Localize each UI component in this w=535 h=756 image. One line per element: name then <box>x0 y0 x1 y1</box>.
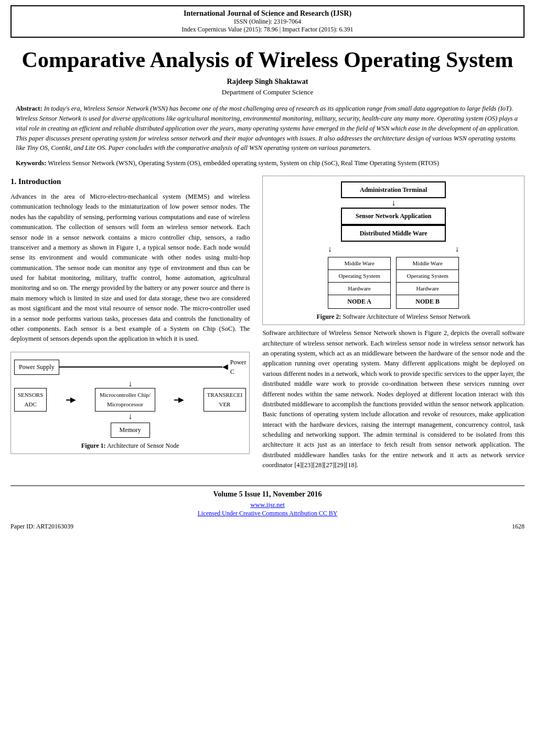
journal-issn: ISSN (Online): 2319-7064 <box>17 18 518 26</box>
footer-url[interactable]: www.ijsr.net <box>10 501 525 509</box>
power-down-arrow: ↓ <box>128 379 132 388</box>
paper-id: Paper ID: ART20163039 <box>10 523 73 531</box>
figure1-caption: Figure 1: Architecture of Sensor Node <box>14 441 246 451</box>
footer-license-text: Licensed Under Creative Commons Attribut… <box>198 510 338 517</box>
intro-paragraph1: Advances in the area of Micro-electro-me… <box>10 192 250 344</box>
micro-box: Microcontroller Chip/ Microprocessor <box>95 388 155 411</box>
keywords-label: Keywords: <box>16 159 46 167</box>
node-a-middleware: Middle Ware <box>328 257 390 270</box>
left-column: 1. Introduction Advances in the area of … <box>10 176 257 475</box>
author-department: Department of Computer Science <box>0 88 535 96</box>
figure1-caption-text: Architecture of Sensor Node <box>107 442 179 449</box>
power-row: Power Supply ◀ Power C <box>14 358 246 377</box>
power-c-label: Power C <box>228 358 247 377</box>
right-col-text: Software architecture of Wireless Sensor… <box>262 328 525 470</box>
node-b-inner: Middle Ware Operating System Hardware <box>396 257 459 295</box>
footer-license: Licensed Under Creative Commons Attribut… <box>10 509 525 517</box>
sensor-diagram: Power Supply ◀ Power C ↓ SENSORS ADC <box>14 358 246 438</box>
paper-title: Comparative Analysis of Wireless Operati… <box>10 47 525 72</box>
node-a-inner: Middle Ware Operating System Hardware <box>328 257 391 295</box>
node-a-label: NODE A <box>328 295 391 309</box>
figure1-container: Power Supply ◀ Power C ↓ SENSORS ADC <box>10 352 250 455</box>
author-name: Rajdeep Singh Shaktawat <box>0 78 535 86</box>
micro-down-arrow: ↓ <box>128 412 132 421</box>
node-a: Middle Ware Operating System Hardware NO… <box>328 257 391 309</box>
micro-processor-label: Microprocessor <box>100 400 151 409</box>
right-column: Administration Terminal ↓ Sensor Network… <box>257 176 525 475</box>
node-a-os: Operating System <box>328 270 390 283</box>
micro-chip-label: Microcontroller Chip/ <box>100 391 151 399</box>
left-down-arrow: ↓ <box>328 243 332 256</box>
two-column-layout: 1. Introduction Advances in the area of … <box>10 176 525 475</box>
memory-row: Memory <box>14 423 246 438</box>
node-b: Middle Ware Operating System Hardware NO… <box>396 257 459 309</box>
nodes-row: Middle Ware Operating System Hardware NO… <box>328 257 459 309</box>
intro-section-title: 1. Introduction <box>10 176 250 188</box>
sensors-box: SENSORS ADC <box>14 388 47 411</box>
memory-box: Memory <box>111 423 150 438</box>
figure2-caption: Figure 2: Software Architecture of Wirel… <box>266 312 521 322</box>
footer: Volume 5 Issue 11, November 2016 www.ijs… <box>10 485 525 517</box>
power-supply-box: Power Supply <box>14 360 59 375</box>
transreceiver-label2: VER <box>207 400 243 409</box>
sensor-middle-row: SENSORS ADC ▶ Microcontroller Chip/ Micr… <box>14 388 246 411</box>
node-b-label: NODE B <box>396 295 459 309</box>
node-b-middleware: Middle Ware <box>397 257 458 270</box>
sensors-label: SENSORS <box>18 391 43 399</box>
node-b-os: Operating System <box>397 270 458 283</box>
abstract-label: Abstract: <box>16 105 42 112</box>
abstract-section: Abstract: In today's era, Wireless Senso… <box>16 104 519 153</box>
admin-down-arrow: ↓ <box>391 198 395 208</box>
distributed-middleware-box: Distributed Middle Ware <box>341 225 446 242</box>
node-b-hw: Hardware <box>397 283 458 295</box>
sensor-network-app-box: Sensor Network Application <box>341 208 446 225</box>
keywords-text: Wireless Sensor Network (WSN), Operating… <box>48 159 439 167</box>
page-number: 1628 <box>512 523 525 531</box>
node-a-hw: Hardware <box>328 283 390 295</box>
journal-title: International Journal of Science and Res… <box>17 9 518 18</box>
transreceiver-label: TRANSRECEI <box>207 391 243 399</box>
figure2-container: Administration Terminal ↓ Sensor Network… <box>262 176 525 326</box>
transreceiver-box: TRANSRECEI VER <box>204 388 247 411</box>
figure2-caption-label: Figure 2: <box>317 313 341 320</box>
abstract-text: In today's era, Wireless Sensor Network … <box>16 105 519 152</box>
page: International Journal of Science and Res… <box>0 5 535 756</box>
right-down-arrow: ↓ <box>455 243 459 256</box>
keywords-section: Keywords: Wireless Sensor Network (WSN),… <box>16 158 519 168</box>
footer-bottom: Paper ID: ART20163039 1628 <box>10 523 525 531</box>
figure1-caption-label: Figure 1: <box>81 442 106 449</box>
swarch-diagram: Administration Terminal ↓ Sensor Network… <box>266 181 521 309</box>
footer-url-link[interactable]: www.ijsr.net <box>250 501 285 509</box>
journal-index: Index Copernicus Value (2015): 78.96 | I… <box>17 26 518 34</box>
footer-volume: Volume 5 Issue 11, November 2016 <box>10 490 525 499</box>
journal-header: International Journal of Science and Res… <box>10 5 525 38</box>
adc-label: ADC <box>18 400 43 409</box>
admin-terminal-box: Administration Terminal <box>341 181 446 199</box>
figure2-caption-text: Software Architecture of Wireless Sensor… <box>343 313 470 320</box>
